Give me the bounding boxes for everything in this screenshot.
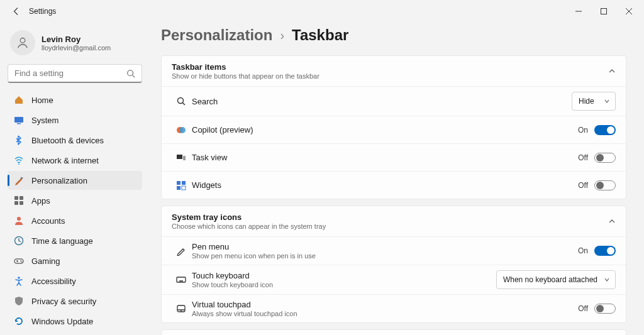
row-label: Task view [192,153,227,162]
sidebar-item-apps[interactable]: Apps [8,191,142,210]
section-subtitle: Choose which icons can appear in the sys… [172,222,326,230]
toggle-status: Off [578,181,588,190]
row-icon [170,180,192,190]
search-input[interactable] [14,69,126,78]
row-sublabel: Show pen menu icon when pen is in use [192,252,316,260]
avatar [10,30,35,55]
svg-point-15 [21,261,23,263]
section-subtitle: Show or hide buttons that appear on the … [172,72,319,80]
sidebar-item-label: Apps [31,196,50,206]
svg-point-5 [18,163,19,165]
personalization-icon [14,175,24,185]
settings-row: Virtual touchpadAlways show virtual touc… [162,294,626,322]
row-label: Widgets [192,180,221,190]
settings-row: Copilot (preview)On [162,116,626,143]
row-icon [170,275,192,285]
section-header-taskbar-items[interactable]: Taskbar items Show or hide buttons that … [162,56,626,86]
sidebar-item-personalization[interactable]: Personalization [8,171,142,190]
sidebar-item-home[interactable]: Home [8,91,142,109]
svg-rect-24 [177,186,180,190]
svg-rect-22 [177,181,180,185]
bluetooth-icon [14,135,24,145]
svg-point-2 [128,70,133,75]
svg-rect-7 [14,196,18,200]
section-system-tray: System tray icons Choose which icons can… [161,206,626,323]
maximize-button[interactable] [591,1,616,21]
row-label: Pen menu [192,242,316,251]
row-icon [170,125,192,135]
sidebar-item-time[interactable]: Time & language [8,231,142,250]
sidebar-item-accounts[interactable]: Accounts [8,211,142,230]
row-label: Virtual touchpad [192,300,297,309]
network-icon [14,155,24,165]
row-sublabel: Show touch keyboard icon [192,281,273,288]
back-button[interactable] [6,1,26,21]
time-icon [14,236,24,246]
sidebar-item-label: Bluetooth & devices [31,136,104,145]
search-box[interactable] [8,64,142,83]
section-title: Taskbar items [172,62,319,72]
sidebar-item-system[interactable]: System [8,111,142,129]
dropdown[interactable]: Hide [572,92,616,111]
minimize-button[interactable] [566,1,591,21]
toggle-switch[interactable] [594,153,616,163]
sidebar-item-update[interactable]: Windows Update [8,312,142,331]
row-label: Copilot (preview) [192,125,253,135]
svg-point-11 [17,217,21,221]
row-label: Search [192,97,218,106]
section-header-system-tray[interactable]: System tray icons Choose which icons can… [162,206,626,236]
toggle-status: Off [578,304,588,313]
user-name: Levin Roy [42,35,111,44]
system-icon [14,115,24,125]
close-button[interactable] [616,1,641,21]
toggle-switch[interactable] [594,246,616,256]
row-icon [170,246,192,256]
section-title: System tray icons [172,212,326,222]
svg-point-17 [178,98,184,104]
settings-row: SearchHide [162,86,626,116]
svg-rect-8 [19,196,23,200]
svg-rect-26 [177,277,186,282]
sidebar-item-bluetooth[interactable]: Bluetooth & devices [8,131,142,150]
row-icon [170,96,192,106]
user-profile[interactable]: Levin Roy lloydrlevin@gmail.com [8,26,142,64]
row-icon [170,304,192,314]
sidebar-item-accessibility[interactable]: Accessibility [8,272,142,290]
settings-row: Touch keyboardShow touch keyboard iconWh… [162,265,626,294]
sidebar-item-privacy[interactable]: Privacy & security [8,292,142,310]
home-icon [14,95,24,105]
sidebar-item-label: Personalization [31,176,87,185]
breadcrumb-parent[interactable]: Personalization [161,26,272,44]
settings-row: Pen menuShow pen menu icon when pen is i… [162,236,626,265]
svg-rect-3 [14,117,23,123]
section-taskbar-items: Taskbar items Show or hide buttons that … [161,55,626,199]
svg-point-14 [20,260,21,261]
sidebar-item-network[interactable]: Network & internet [8,151,142,170]
svg-rect-21 [183,156,186,160]
svg-rect-4 [17,123,21,124]
dropdown-value: When no keyboard attached [503,275,597,284]
update-icon [14,316,24,326]
svg-point-16 [18,277,19,278]
svg-point-19 [179,127,186,133]
privacy-icon [14,296,24,306]
toggle-switch[interactable] [594,304,616,314]
sidebar-item-gaming[interactable]: Gaming [8,251,142,270]
dropdown[interactable]: When no keyboard attached [496,270,616,289]
svg-rect-0 [601,9,607,14]
toggle-switch[interactable] [594,180,616,190]
section-header-other-tray[interactable]: Other system tray icons Show or hide add… [162,330,626,335]
sidebar-item-label: Windows Update [31,317,93,326]
sidebar-item-label: Time & language [31,236,93,246]
chevron-up-icon [608,217,616,225]
row-label: Touch keyboard [192,271,273,280]
sidebar-item-label: Accessibility [31,277,76,286]
row-sublabel: Always show virtual touchpad icon [192,310,297,317]
chevron-down-icon [604,98,610,104]
settings-row: WidgetsOff [162,171,626,199]
toggle-status: On [578,126,588,135]
toggle-switch[interactable] [594,125,616,135]
chevron-right-icon: › [280,28,284,43]
svg-rect-9 [14,201,18,205]
toggle-status: On [578,246,588,255]
